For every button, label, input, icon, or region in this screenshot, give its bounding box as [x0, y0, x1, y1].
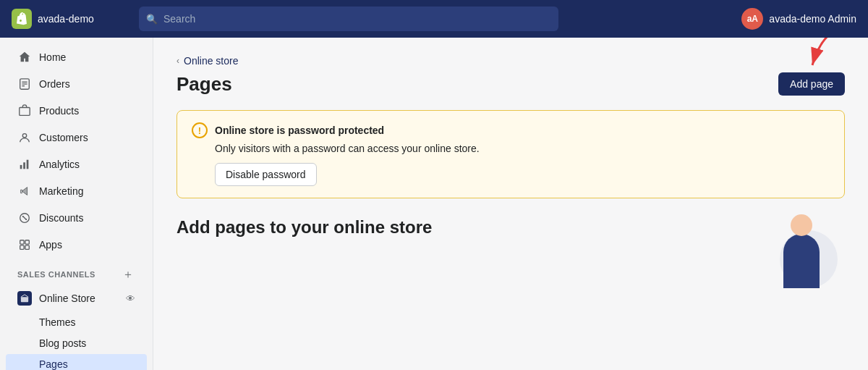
user-name: avada-demo Admin	[769, 13, 856, 25]
top-nav: avada-demo 🔍 aA avada-demo Admin	[0, 0, 868, 38]
sales-channels-header: SALES CHANNELS ＋	[6, 258, 147, 285]
svg-rect-8	[27, 160, 29, 169]
sidebar-item-marketing[interactable]: Marketing	[6, 178, 147, 204]
page-header: Pages Add page	[176, 72, 845, 96]
illustration	[758, 216, 845, 288]
search-input[interactable]	[139, 7, 558, 31]
svg-point-11	[22, 216, 24, 217]
products-icon	[17, 104, 32, 118]
analytics-icon	[17, 157, 32, 172]
sub-nav-pages[interactable]: Pages	[6, 354, 147, 370]
illus-figure	[783, 234, 820, 288]
sales-channels-title: SALES CHANNELS	[17, 270, 95, 279]
sidebar-item-discounts-label: Discounts	[39, 212, 83, 224]
apps-icon	[17, 237, 32, 252]
search-bar[interactable]: 🔍	[139, 7, 558, 31]
main-content: ‹ Online store Pages Add page	[153, 38, 868, 370]
alert-body: Only visitors with a password can access…	[215, 143, 830, 154]
add-channel-button[interactable]: ＋	[121, 267, 135, 282]
sidebar-item-apps[interactable]: Apps	[6, 232, 147, 258]
sidebar-item-analytics[interactable]: Analytics	[6, 151, 147, 177]
sidebar-item-analytics-label: Analytics	[39, 159, 80, 170]
alert-banner: ! Online store is password protected Onl…	[176, 110, 845, 198]
orders-icon	[17, 77, 32, 91]
svg-rect-17	[21, 297, 28, 302]
alert-icon: !	[192, 122, 208, 138]
alert-header: ! Online store is password protected	[192, 122, 830, 138]
svg-rect-14	[25, 240, 29, 244]
sidebar-item-products-label: Products	[39, 105, 79, 117]
breadcrumb-parent-link[interactable]: Online store	[184, 55, 238, 67]
svg-point-5	[22, 134, 26, 138]
marketing-icon	[17, 184, 32, 198]
discounts-icon	[17, 211, 32, 225]
svg-rect-4	[20, 108, 30, 116]
avatar[interactable]: aA	[741, 8, 763, 30]
sidebar-item-marketing-label: Marketing	[39, 185, 83, 197]
home-icon	[17, 50, 32, 64]
brand-name: avada-demo	[38, 13, 94, 25]
add-pages-title: Add pages to your online store	[176, 216, 735, 238]
online-store-icon	[17, 291, 32, 306]
sidebar-item-orders[interactable]: Orders	[6, 71, 147, 97]
shopify-logo	[12, 9, 32, 29]
svg-rect-15	[20, 245, 24, 249]
sidebar-item-apps-label: Apps	[39, 239, 62, 251]
user-area: aA avada-demo Admin	[741, 8, 856, 30]
sub-nav-themes[interactable]: Themes	[6, 312, 147, 332]
sidebar-item-products[interactable]: Products	[6, 98, 147, 124]
add-page-button[interactable]: Add page	[778, 72, 845, 96]
svg-rect-16	[25, 245, 29, 249]
add-pages-section: Add pages to your online store	[176, 216, 845, 288]
illus-head	[791, 214, 812, 236]
sidebar-item-discounts[interactable]: Discounts	[6, 205, 147, 231]
svg-rect-7	[23, 162, 25, 169]
brand-area: avada-demo	[12, 9, 127, 29]
svg-point-12	[25, 219, 27, 220]
sub-nav-blog-posts[interactable]: Blog posts	[6, 333, 147, 353]
sidebar-item-customers-label: Customers	[39, 132, 88, 143]
sidebar-item-customers[interactable]: Customers	[6, 125, 147, 151]
svg-rect-6	[20, 165, 22, 169]
sidebar: Home Orders Products Customers Analytics	[0, 38, 153, 370]
sidebar-item-home-label: Home	[39, 51, 66, 63]
sidebar-item-home[interactable]: Home	[6, 44, 147, 70]
sidebar-item-orders-label: Orders	[39, 78, 70, 90]
add-pages-text: Add pages to your online store	[176, 216, 735, 238]
svg-rect-13	[20, 240, 24, 244]
layout: Home Orders Products Customers Analytics	[0, 38, 868, 370]
eye-icon: 👁	[126, 293, 135, 304]
customers-icon	[17, 130, 32, 145]
disable-password-button[interactable]: Disable password	[215, 163, 317, 186]
breadcrumb-back-arrow: ‹	[176, 56, 179, 66]
alert-title: Online store is password protected	[215, 125, 384, 136]
sidebar-item-online-store[interactable]: Online Store 👁	[6, 285, 147, 311]
breadcrumb: ‹ Online store	[176, 55, 845, 67]
search-icon: 🔍	[146, 14, 158, 25]
page-title: Pages	[176, 73, 232, 96]
online-store-label: Online Store	[39, 293, 119, 304]
